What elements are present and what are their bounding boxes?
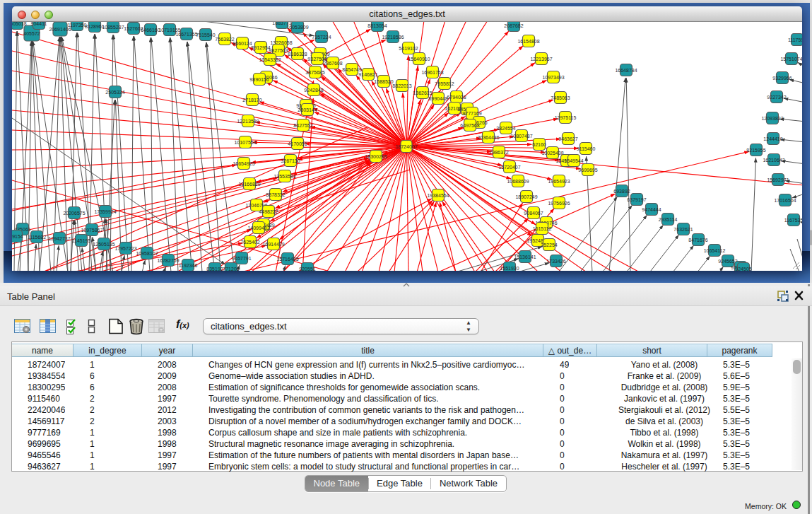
svg-text:16914479: 16914479: [262, 242, 284, 247]
svg-text:9777169: 9777169: [462, 111, 481, 116]
svg-text:15640910: 15640910: [408, 57, 430, 62]
svg-text:7515540: 7515540: [196, 33, 215, 37]
svg-text:62160: 62160: [532, 142, 546, 147]
svg-text:8215955: 8215955: [746, 148, 765, 153]
svg-text:835192: 835192: [206, 267, 223, 271]
svg-text:18724007: 18724007: [395, 144, 417, 149]
svg-text:10958107: 10958107: [136, 251, 158, 256]
svg-text:12213589: 12213589: [237, 119, 259, 124]
svg-text:771206: 771206: [223, 267, 239, 271]
svg-text:9115460: 9115460: [577, 146, 596, 151]
svg-text:10543382: 10543382: [259, 57, 281, 62]
svg-text:14099482: 14099482: [247, 226, 269, 230]
svg-text:9657791: 9657791: [232, 256, 251, 261]
svg-text:15716485: 15716485: [276, 257, 298, 262]
svg-text:10654112: 10654112: [704, 248, 726, 253]
svg-text:8878332: 8878332: [266, 192, 285, 197]
svg-text:10688609: 10688609: [507, 179, 529, 184]
svg-text:17016504: 17016504: [774, 198, 796, 203]
svg-text:18300295: 18300295: [365, 154, 387, 159]
svg-text:7357224: 7357224: [312, 35, 331, 40]
svg-text:6794028: 6794028: [447, 95, 466, 100]
svg-text:1733426: 1733426: [546, 259, 565, 264]
svg-text:2803144: 2803144: [298, 107, 317, 112]
svg-text:8471676: 8471676: [688, 238, 707, 243]
svg-text:1115682: 1115682: [28, 235, 46, 240]
svg-text:5419102: 5419102: [399, 46, 418, 51]
svg-text:7563822: 7563822: [215, 37, 234, 42]
svg-text:8813054: 8813054: [367, 23, 387, 28]
svg-text:10975867: 10975867: [81, 228, 102, 233]
svg-text:10973493: 10973493: [542, 75, 564, 80]
svg-text:9227342: 9227342: [767, 95, 786, 100]
svg-text:4170051: 4170051: [288, 141, 307, 146]
svg-text:1588520: 1588520: [374, 79, 393, 84]
svg-text:10107554: 10107554: [234, 140, 256, 145]
svg-text:9463627: 9463627: [558, 136, 577, 141]
svg-text:12505135: 12505135: [93, 242, 114, 247]
svg-text:924505: 924505: [735, 267, 751, 271]
svg-text:1549544: 1549544: [564, 158, 583, 163]
svg-text:7986372: 7986372: [489, 150, 508, 155]
svg-text:16961758: 16961758: [421, 70, 443, 75]
svg-text:3267130: 3267130: [281, 158, 300, 163]
svg-text:17957223: 17957223: [114, 246, 136, 251]
svg-text:1615112: 1615112: [533, 226, 552, 231]
svg-text:252254: 252254: [541, 243, 557, 247]
svg-text:1117599: 1117599: [788, 37, 802, 42]
svg-text:10025438: 10025438: [541, 151, 563, 156]
svg-text:3824554: 3824554: [496, 126, 515, 131]
svg-text:1362615: 1362615: [413, 90, 432, 95]
svg-text:16210643: 16210643: [763, 158, 784, 163]
svg-text:19756926: 19756926: [548, 201, 570, 206]
svg-text:2367608: 2367608: [323, 61, 342, 66]
svg-text:6466160: 6466160: [141, 28, 160, 33]
svg-text:9827503: 9827503: [269, 48, 288, 53]
svg-text:2087682: 2087682: [504, 23, 523, 28]
svg-text:16053809: 16053809: [286, 25, 308, 30]
svg-text:19218586: 19218586: [382, 35, 404, 40]
svg-text:12942737: 12942737: [48, 236, 70, 241]
svg-text:9699695: 9699695: [578, 168, 597, 173]
svg-text:10807487: 10807487: [510, 134, 532, 139]
svg-text:1605018: 1605018: [12, 22, 27, 26]
svg-text:12975115: 12975115: [555, 115, 577, 120]
svg-text:10855287: 10855287: [102, 25, 124, 30]
svg-text:9329966: 9329966: [772, 76, 792, 81]
svg-text:16154808: 16154808: [517, 39, 539, 44]
svg-text:9474444: 9474444: [642, 207, 661, 212]
svg-text:16648784: 16648784: [615, 68, 637, 73]
svg-text:12213967: 12213967: [530, 57, 552, 62]
svg-text:9084067: 9084067: [524, 211, 543, 216]
svg-text:15692971: 15692971: [767, 177, 789, 182]
svg-text:693892: 693892: [613, 189, 630, 194]
svg-text:1192346: 1192346: [179, 263, 198, 268]
svg-text:20691406: 20691406: [49, 27, 71, 32]
svg-text:1197350: 1197350: [68, 23, 87, 28]
svg-text:904411: 904411: [31, 22, 47, 26]
svg-text:9146821: 9146821: [358, 72, 377, 77]
svg-text:2505334: 2505334: [105, 90, 124, 95]
svg-text:16782759: 16782759: [157, 258, 179, 263]
svg-text:8912954: 8912954: [251, 45, 270, 50]
svg-text:9890156: 9890156: [249, 77, 269, 82]
svg-text:13553594: 13553594: [273, 174, 295, 179]
svg-text:16671355: 16671355: [175, 32, 197, 37]
svg-text:1551930: 1551930: [500, 266, 519, 271]
svg-text:20206575: 20206575: [63, 211, 85, 216]
svg-text:19654923: 19654923: [548, 179, 570, 184]
svg-text:7625402: 7625402: [240, 240, 259, 245]
svg-text:8822013: 8822013: [392, 83, 411, 88]
svg-text:920551: 920551: [299, 267, 315, 271]
svg-text:3875685: 3875685: [305, 70, 324, 75]
svg-text:15136141: 15136141: [514, 255, 536, 259]
svg-text:9242848: 9242848: [304, 88, 323, 93]
svg-text:8660124: 8660124: [233, 41, 252, 46]
svg-text:1244419: 1244419: [763, 136, 782, 141]
svg-text:19166829: 19166829: [238, 182, 260, 187]
svg-text:20364436: 20364436: [477, 135, 499, 140]
svg-text:12093822: 12093822: [761, 116, 783, 121]
svg-text:7485063: 7485063: [551, 95, 570, 100]
svg-text:19384554: 19384554: [427, 193, 449, 198]
svg-text:6379197: 6379197: [627, 197, 646, 202]
